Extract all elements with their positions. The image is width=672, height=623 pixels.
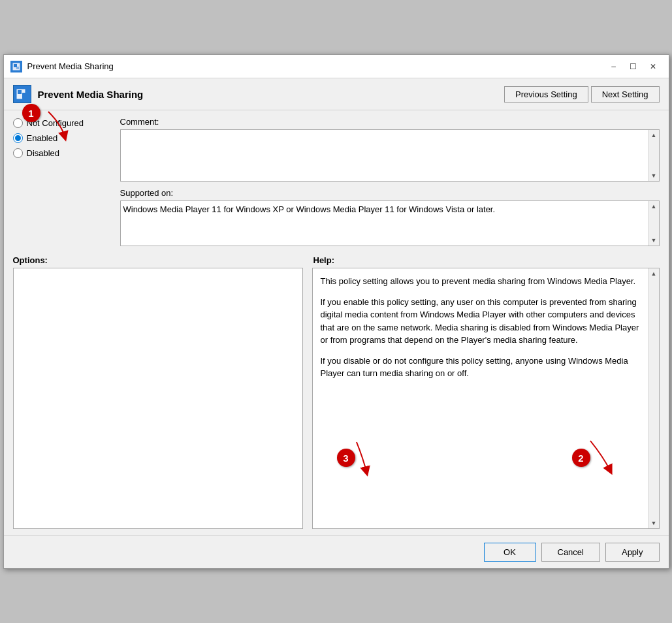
supported-field-group: Supported on: Windows Media Player 11 fo… xyxy=(120,188,660,246)
svg-rect-5 xyxy=(22,93,27,99)
next-setting-button[interactable]: Next Setting xyxy=(591,86,660,103)
help-scroll-down[interactable]: ▼ xyxy=(650,519,658,527)
enabled-label: Enabled xyxy=(27,133,58,143)
disabled-option[interactable]: Disabled xyxy=(13,148,111,158)
svg-rect-2 xyxy=(16,67,19,69)
help-scroll-up[interactable]: ▲ xyxy=(650,270,658,278)
help-panel: This policy setting allows you to preven… xyxy=(312,268,660,529)
policy-title: Prevent Media Sharing xyxy=(38,89,498,100)
ok-button[interactable]: OK xyxy=(484,543,536,562)
cancel-button[interactable]: Cancel xyxy=(541,543,600,562)
comment-label: Comment: xyxy=(120,117,660,127)
window-controls: – ☐ ✕ xyxy=(605,59,662,74)
dialog-content: Prevent Media Sharing Previous Setting N… xyxy=(4,78,669,568)
policy-icon xyxy=(13,85,31,103)
sup-scroll-down[interactable]: ▼ xyxy=(650,236,658,244)
options-label: Options: xyxy=(13,255,313,265)
help-scrollbar: ▲ ▼ xyxy=(648,268,659,528)
scroll-up-arrow[interactable]: ▲ xyxy=(650,131,658,139)
not-configured-radio[interactable] xyxy=(13,118,23,128)
sup-scroll-up[interactable]: ▲ xyxy=(650,202,658,210)
not-configured-label: Not Configured xyxy=(27,118,84,128)
radio-group: Not Configured Enabled Disabled xyxy=(13,117,111,246)
minimize-button[interactable]: – xyxy=(605,59,623,74)
comment-scrollbar: ▲ ▼ xyxy=(648,130,659,181)
disabled-label: Disabled xyxy=(27,148,60,158)
scroll-down-arrow[interactable]: ▼ xyxy=(650,172,658,180)
title-bar: Prevent Media Sharing – ☐ ✕ xyxy=(4,55,669,78)
apply-button[interactable]: Apply xyxy=(605,543,660,562)
enabled-option[interactable]: Enabled xyxy=(13,133,111,143)
help-label: Help: xyxy=(313,255,660,265)
comment-textarea[interactable]: ▲ ▼ xyxy=(120,129,660,182)
help-paragraph-2: If you enable this policy setting, any u… xyxy=(321,296,641,347)
enabled-radio[interactable] xyxy=(13,133,23,143)
comment-field-group: Comment: ▲ ▼ xyxy=(120,117,660,182)
bottom-bar: OK Cancel Apply xyxy=(4,535,669,568)
main-window: Prevent Media Sharing – ☐ ✕ Prevent Medi… xyxy=(3,54,669,569)
supported-text: Windows Media Player 11 for Windows XP o… xyxy=(121,201,659,218)
window-title: Prevent Media Sharing xyxy=(27,61,600,71)
supported-box: Windows Media Player 11 for Windows XP o… xyxy=(120,200,660,246)
previous-setting-button[interactable]: Previous Setting xyxy=(504,86,588,103)
right-panel: Comment: ▲ ▼ Supported on: Windows Media… xyxy=(120,117,660,246)
window-icon xyxy=(10,61,22,72)
options-help-header: Options: Help: xyxy=(4,253,669,268)
policy-header: Prevent Media Sharing Previous Setting N… xyxy=(4,78,669,110)
options-panel xyxy=(13,268,303,529)
supported-scrollbar: ▲ ▼ xyxy=(648,201,659,246)
middle-section: 1 Not Configured Enabled xyxy=(4,110,669,253)
svg-rect-4 xyxy=(18,90,22,94)
nav-buttons: Previous Setting Next Setting xyxy=(504,86,660,103)
help-paragraph-3: If you disable or do not configure this … xyxy=(321,355,641,380)
close-button[interactable]: ✕ xyxy=(644,59,662,74)
panels-section: This policy setting allows you to preven… xyxy=(4,268,669,535)
maximize-button[interactable]: ☐ xyxy=(624,59,643,74)
help-paragraph-1: This policy setting allows you to preven… xyxy=(321,275,641,288)
disabled-radio[interactable] xyxy=(13,148,23,158)
help-text: This policy setting allows you to preven… xyxy=(313,268,648,528)
supported-label: Supported on: xyxy=(120,188,660,198)
not-configured-option[interactable]: Not Configured xyxy=(13,118,111,128)
